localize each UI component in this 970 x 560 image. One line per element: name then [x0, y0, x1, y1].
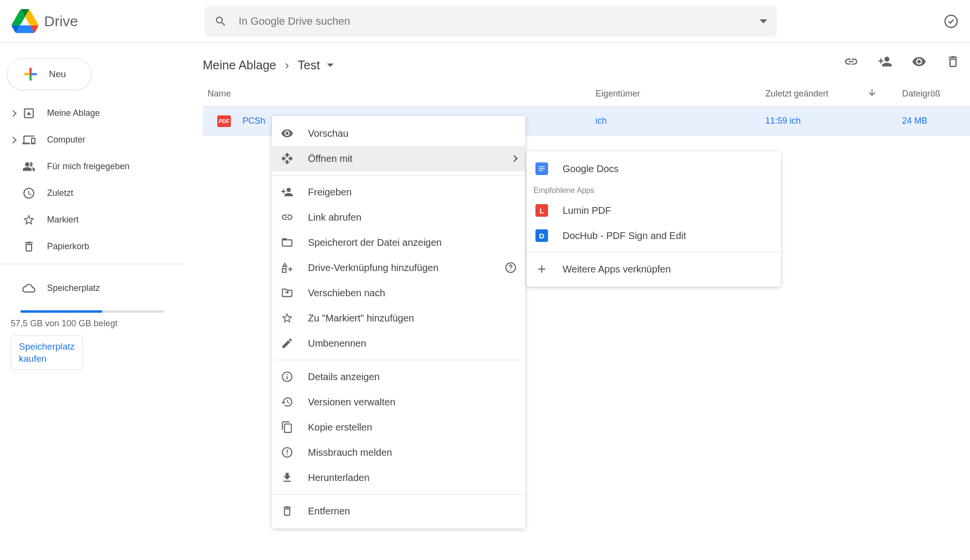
menu-details[interactable]: Details anzeigen [272, 364, 525, 389]
search-bar[interactable] [205, 6, 777, 37]
divider [527, 252, 781, 253]
app-title: Drive [44, 13, 78, 30]
app-header: Drive [0, 0, 970, 43]
search-options-dropdown-icon[interactable] [760, 19, 767, 23]
link-icon [281, 211, 293, 224]
sidebar-item-recent[interactable]: Zuletzt [0, 180, 184, 207]
new-button[interactable]: Neu [7, 58, 92, 90]
column-owner[interactable]: Eigentümer [596, 89, 765, 99]
sidebar-item-storage[interactable]: Speicherplatz [11, 275, 174, 302]
menu-report-abuse[interactable]: Missbrauch melden [272, 440, 525, 465]
breadcrumb-dropdown-icon[interactable] [327, 64, 334, 67]
sidebar: Neu Meine Ablage Computer Für mich freig… [0, 52, 184, 370]
buy-storage-button[interactable]: Speicherplatz kaufen [11, 336, 83, 370]
menu-versions[interactable]: Versionen verwalten [272, 389, 525, 415]
menu-get-link[interactable]: Link abrufen [272, 205, 525, 230]
preview-icon[interactable] [912, 54, 926, 69]
shortcut-icon [281, 261, 293, 274]
sidebar-item-starred[interactable]: Markiert [0, 207, 184, 233]
divider [272, 360, 525, 360]
open-with-submenu: Google Docs Empfohlene Apps L Lumin PDF … [527, 151, 781, 287]
sort-arrow-down-icon[interactable] [867, 88, 883, 100]
delete-icon[interactable] [946, 54, 960, 69]
history-icon [281, 396, 293, 408]
sidebar-item-shared[interactable]: Für mich freigegeben [0, 153, 184, 180]
shared-icon [22, 160, 35, 173]
chevron-right-icon [511, 155, 517, 162]
header-actions [944, 14, 958, 29]
folder-icon [281, 236, 293, 249]
cell-size: 24 MB [883, 116, 970, 126]
file-name: PCSh [242, 116, 265, 126]
submenu-dochub[interactable]: D DocHub - PDF Sign and Edit [527, 223, 781, 248]
pdf-file-icon: PDF [217, 115, 231, 127]
copy-icon [281, 421, 293, 433]
info-icon [281, 370, 293, 383]
menu-add-starred[interactable]: Zu "Markiert" hinzufügen [272, 305, 525, 331]
menu-remove[interactable]: Entfernen [272, 498, 525, 524]
nav-label: Markiert [47, 215, 79, 225]
new-button-label: Neu [49, 69, 66, 80]
search-input[interactable] [239, 15, 752, 28]
trash-icon [22, 240, 35, 253]
sidebar-item-my-drive[interactable]: Meine Ablage [0, 100, 184, 127]
eye-icon [281, 127, 293, 140]
menu-move-to[interactable]: Verschieben nach [272, 280, 525, 305]
link-icon[interactable] [844, 54, 858, 69]
lumin-pdf-icon: L [535, 204, 548, 217]
table-header: Name Eigentümer Zuletzt geändert Dateigr… [203, 81, 970, 107]
menu-open-with[interactable]: Öffnen mit [272, 146, 525, 171]
person-add-icon [281, 186, 293, 198]
move-icon [281, 287, 293, 299]
submenu-more-apps[interactable]: Weitere Apps verknüpfen [527, 256, 781, 282]
logo-area[interactable]: Drive [12, 8, 176, 34]
breadcrumb-root[interactable]: Meine Ablage [203, 58, 276, 72]
menu-show-location[interactable]: Speicherort der Datei anzeigen [272, 230, 525, 255]
storage-progress [20, 310, 164, 313]
divider [0, 264, 184, 264]
nav-label: Für mich freigegeben [47, 161, 129, 172]
sidebar-item-trash[interactable]: Papierkorb [0, 233, 184, 260]
menu-download[interactable]: Herunterladen [272, 465, 525, 490]
add-person-icon[interactable] [878, 54, 892, 69]
trash-icon [281, 505, 293, 517]
cloud-icon [22, 282, 35, 295]
breadcrumb-current[interactable]: Test [298, 58, 320, 72]
menu-share[interactable]: Freigeben [272, 179, 525, 205]
pencil-icon [281, 337, 293, 350]
column-modified[interactable]: Zuletzt geändert [765, 89, 867, 99]
svg-point-0 [945, 15, 957, 27]
star-icon [22, 213, 35, 226]
menu-preview[interactable]: Vorschau [272, 121, 525, 146]
cell-modified: 11:59 ich [765, 116, 883, 126]
submenu-google-docs[interactable]: Google Docs [527, 156, 781, 181]
submenu-lumin-pdf[interactable]: L Lumin PDF [527, 198, 781, 223]
column-name[interactable]: Name [203, 89, 596, 99]
storage-progress-fill [20, 310, 102, 313]
plus-icon [21, 64, 40, 84]
context-menu: Vorschau Öffnen mit Freigeben Link abruf… [272, 116, 525, 528]
menu-rename[interactable]: Umbenennen [272, 331, 525, 356]
help-icon[interactable] [505, 262, 517, 273]
expand-caret-icon [10, 136, 16, 143]
submenu-recommended-header: Empfohlene Apps [527, 181, 781, 198]
search-icon [214, 15, 227, 28]
nav-label: Meine Ablage [47, 108, 100, 118]
column-size[interactable]: Dateigröß [883, 89, 970, 99]
menu-add-shortcut[interactable]: Drive-Verknüpfung hinzufügen [272, 255, 525, 280]
cell-owner: ich [596, 116, 765, 126]
dochub-icon: D [535, 229, 548, 242]
nav-label: Zuletzt [47, 188, 73, 198]
clock-icon [22, 187, 35, 200]
storage-usage-text: 57,5 GB von 100 GB belegt [11, 319, 174, 329]
ready-offline-icon[interactable] [944, 14, 958, 29]
storage-section: Speicherplatz 57,5 GB von 100 GB belegt … [0, 268, 184, 370]
sidebar-item-computers[interactable]: Computer [0, 127, 184, 153]
menu-make-copy[interactable]: Kopie erstellen [272, 415, 525, 440]
star-icon [281, 312, 293, 324]
drive-logo-icon [12, 8, 38, 34]
storage-label: Speicherplatz [47, 283, 100, 293]
expand-caret-icon [10, 110, 16, 116]
devices-icon [22, 133, 35, 146]
download-icon [281, 471, 293, 484]
